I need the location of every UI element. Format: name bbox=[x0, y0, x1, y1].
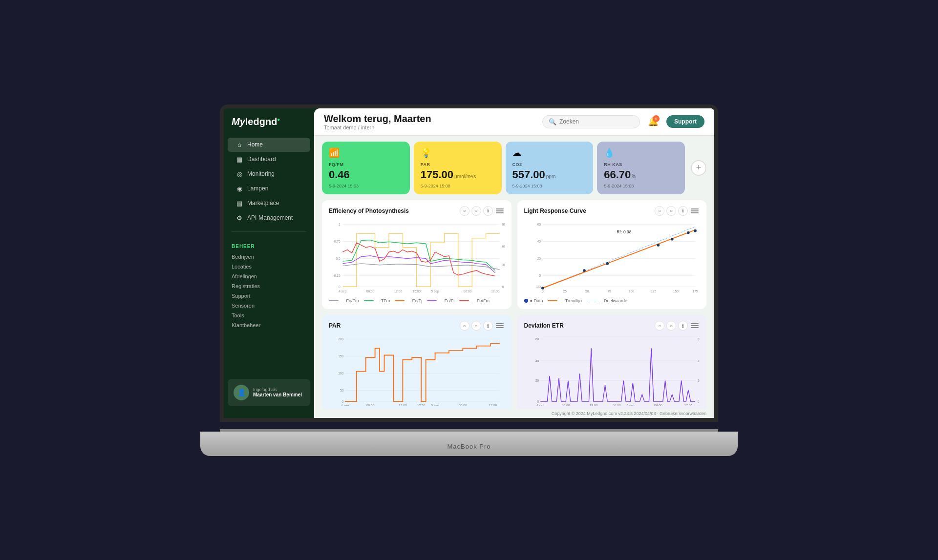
svg-text:5 sep: 5 sep bbox=[431, 290, 439, 293]
svg-text:125: 125 bbox=[651, 290, 656, 293]
svg-text:600: 600 bbox=[502, 244, 505, 248]
chart-menu-button[interactable] bbox=[495, 207, 505, 214]
metric-label: PAR bbox=[421, 162, 495, 167]
svg-point-46 bbox=[687, 231, 690, 234]
svg-text:4 sep: 4 sep bbox=[339, 290, 346, 293]
chart-menu-button[interactable] bbox=[495, 322, 505, 329]
beheer-item-support[interactable]: Support bbox=[224, 291, 314, 301]
chart-zoom-in-button[interactable]: ○ bbox=[666, 206, 676, 216]
svg-text:00:00: 00:00 bbox=[366, 404, 375, 406]
metric-label: FQ/FM bbox=[329, 162, 403, 167]
chart-zoom-out-button[interactable]: ○ bbox=[655, 206, 664, 216]
beheer-section: BEHEER Bedrijven Locaties Afdelingen Reg… bbox=[224, 238, 314, 334]
svg-text:300: 300 bbox=[502, 263, 505, 266]
svg-text:25: 25 bbox=[563, 290, 567, 293]
chart-zoom-in-button[interactable]: ○ bbox=[666, 321, 676, 331]
svg-point-43 bbox=[606, 262, 609, 265]
metric-value: 557.00 bbox=[512, 169, 545, 181]
sidebar-item-home[interactable]: ⌂ Home bbox=[228, 138, 310, 152]
svg-text:-20: -20 bbox=[536, 285, 541, 289]
chart-zoom-out-button[interactable]: ○ bbox=[655, 321, 664, 331]
chart-zoom-in-button[interactable]: ○ bbox=[471, 321, 481, 331]
notification-bell-button[interactable]: 🔔 9 bbox=[648, 116, 659, 127]
metric-time: 5-9-2024 15:03 bbox=[329, 184, 403, 188]
svg-text:06:00: 06:00 bbox=[464, 290, 472, 293]
beheer-item-locaties[interactable]: Locaties bbox=[224, 262, 314, 271]
svg-text:06:00: 06:00 bbox=[561, 404, 570, 406]
chart-zoom-in-button[interactable]: ○ bbox=[471, 206, 481, 216]
sidebar-item-dashboard[interactable]: ▦ Dashboard bbox=[228, 152, 310, 166]
beheer-item-tools[interactable]: Tools bbox=[224, 311, 314, 320]
metric-label: CO2 bbox=[512, 162, 587, 167]
chart-title: Efficiency of Photosynthesis bbox=[329, 207, 409, 214]
chart-info-button[interactable]: ℹ bbox=[483, 321, 493, 331]
avatar: 👤 bbox=[234, 385, 249, 400]
metric-time: 5-9-2024 15:08 bbox=[604, 184, 678, 188]
light-response-chart-svg: 60 40 20 0 -20 0 25 50 75 100 bbox=[524, 220, 700, 293]
beheer-item-registraties[interactable]: Registraties bbox=[224, 281, 314, 291]
page-title: Welkom terug, Maarten bbox=[324, 113, 534, 124]
beheer-item-afdelingen[interactable]: Afdelingen bbox=[224, 271, 314, 281]
chart-light-response: Light Response Curve ○ ○ ℹ bbox=[517, 200, 707, 309]
wifi-icon: 📶 bbox=[329, 147, 403, 158]
beheer-item-bedrijven[interactable]: Bedrijven bbox=[224, 252, 314, 262]
svg-text:17:50: 17:50 bbox=[417, 404, 426, 406]
svg-point-47 bbox=[694, 229, 697, 232]
svg-text:17:00: 17:00 bbox=[399, 404, 407, 406]
chart-menu-button[interactable] bbox=[690, 322, 700, 329]
search-bar[interactable]: 🔍 bbox=[542, 115, 640, 128]
sidebar-item-lampen[interactable]: ◉ Lampen bbox=[228, 182, 310, 196]
metric-value: 175.00 bbox=[421, 169, 453, 181]
charts-row-1: Efficiency of Photosynthesis ○ ○ ℹ bbox=[322, 200, 706, 309]
beheer-title: BEHEER bbox=[224, 242, 314, 252]
chart-info-button[interactable]: ℹ bbox=[483, 206, 493, 216]
svg-text:4 sep: 4 sep bbox=[341, 404, 349, 406]
footer: Copyright © 2024 MyLedgnd.com v2.24.8 20… bbox=[314, 409, 714, 418]
beheer-item-klantbeheer[interactable]: Klantbeheer bbox=[224, 320, 314, 330]
metrics-row: 📶 FQ/FM 0.46 5-9-2024 15:03 💡 PAR 175.00… bbox=[322, 142, 706, 194]
svg-text:60: 60 bbox=[535, 337, 539, 341]
metric-unit: ppm bbox=[546, 174, 555, 179]
search-input[interactable] bbox=[559, 118, 634, 125]
chart-zoom-out-button[interactable]: ○ bbox=[460, 206, 469, 216]
svg-text:40: 40 bbox=[535, 359, 539, 363]
beheer-item-sensoren[interactable]: Sensoren bbox=[224, 301, 314, 311]
chart-info-button[interactable]: ℹ bbox=[678, 321, 688, 331]
svg-text:06:00: 06:00 bbox=[366, 290, 375, 293]
chart-zoom-out-button[interactable]: ○ bbox=[460, 321, 469, 331]
add-metric-button[interactable]: + bbox=[691, 160, 706, 176]
dashboard-icon: ▦ bbox=[235, 156, 243, 163]
metric-time: 5-9-2024 15:08 bbox=[421, 184, 495, 188]
svg-text:13:00: 13:00 bbox=[589, 404, 597, 406]
metric-unit: % bbox=[632, 174, 636, 179]
svg-text:50: 50 bbox=[340, 389, 344, 392]
svg-point-42 bbox=[583, 269, 586, 272]
svg-text:175: 175 bbox=[692, 290, 698, 293]
svg-text:R²: 0.98: R²: 0.98 bbox=[617, 229, 632, 234]
support-button[interactable]: Support bbox=[666, 115, 704, 128]
metric-unit: μmol/m²/s bbox=[454, 174, 476, 179]
svg-text:20: 20 bbox=[697, 379, 700, 382]
svg-text:5 sep: 5 sep bbox=[626, 404, 634, 406]
svg-text:17:00: 17:00 bbox=[489, 404, 497, 406]
svg-text:0: 0 bbox=[539, 274, 541, 277]
sidebar-item-marketplace[interactable]: ▤ Marketplace bbox=[228, 196, 310, 210]
dashboard-body: 📶 FQ/FM 0.46 5-9-2024 15:03 💡 PAR 175.00… bbox=[314, 136, 714, 409]
sidebar-item-api[interactable]: ⚙ API-Management bbox=[228, 211, 310, 225]
svg-point-44 bbox=[657, 244, 660, 247]
svg-text:150: 150 bbox=[338, 354, 343, 358]
svg-text:0: 0 bbox=[697, 400, 699, 403]
chart-info-button[interactable]: ℹ bbox=[678, 206, 688, 216]
svg-text:1: 1 bbox=[339, 223, 341, 226]
laptop-base: MacBook Pro bbox=[200, 432, 738, 456]
svg-text:0: 0 bbox=[502, 285, 504, 289]
svg-text:5 sep: 5 sep bbox=[431, 404, 439, 406]
home-icon: ⌂ bbox=[235, 141, 243, 148]
chart-deviation-etr: Deviation ETR ○ ○ ℹ bbox=[517, 315, 707, 409]
svg-text:60: 60 bbox=[537, 223, 541, 226]
chart-menu-button[interactable] bbox=[690, 207, 700, 214]
sidebar-item-monitoring[interactable]: ◎ Monitoring bbox=[228, 167, 310, 181]
chart-title: Deviation ETR bbox=[524, 322, 564, 329]
main-nav: ⌂ Home ▦ Dashboard ◎ Monitoring ◉ Lampen bbox=[224, 137, 314, 226]
main-content: Welkom terug, Maarten Tomaat demo / inte… bbox=[314, 108, 714, 418]
